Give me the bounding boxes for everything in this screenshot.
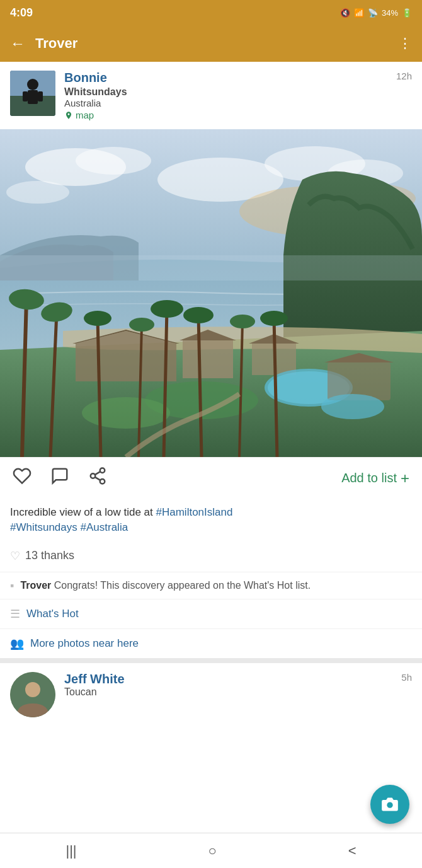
svg-line-45 bbox=[95, 472, 101, 475]
svg-point-21 bbox=[82, 397, 170, 429]
back-button[interactable]: ← bbox=[10, 35, 25, 52]
wifi-icon: 📶 bbox=[354, 8, 364, 18]
hashtag-whitsundays[interactable]: #Whitsundays bbox=[10, 521, 77, 533]
post-username[interactable]: Bonnie bbox=[64, 71, 387, 85]
status-bar: 4:09 🔇 📶 📡 34% 🔋 bbox=[0, 0, 422, 25]
svg-rect-6 bbox=[38, 91, 43, 101]
comment-icon bbox=[50, 466, 69, 485]
svg-point-41 bbox=[100, 468, 105, 473]
action-bar: Add to list + bbox=[0, 457, 422, 499]
svg-point-13 bbox=[6, 181, 69, 204]
top-bar: ← Trover ⋮ bbox=[0, 25, 422, 62]
avatar[interactable] bbox=[10, 71, 55, 116]
more-photos-label[interactable]: More photos near here bbox=[30, 637, 139, 650]
next-post-avatar[interactable] bbox=[10, 672, 55, 717]
svg-point-37 bbox=[151, 300, 183, 318]
post-description: Incredible view of a low tide at #Hamilt… bbox=[0, 499, 422, 544]
whats-hot-label[interactable]: What's Hot bbox=[26, 608, 79, 620]
share-button[interactable] bbox=[88, 466, 107, 490]
congrats-source[interactable]: Trover bbox=[20, 580, 51, 591]
svg-point-3 bbox=[27, 79, 38, 90]
svg-point-42 bbox=[91, 473, 96, 478]
section-divider bbox=[0, 658, 422, 663]
svg-rect-16 bbox=[183, 340, 233, 378]
more-photos-row[interactable]: 👥 More photos near here bbox=[0, 628, 422, 658]
hashtag-hamilton[interactable]: #HamiltonIsland bbox=[156, 506, 233, 518]
post-header: Bonnie Whitsundays Australia map 12h bbox=[0, 62, 422, 129]
share-icon bbox=[88, 466, 107, 485]
heart-small-icon: ♡ bbox=[10, 549, 20, 563]
more-options-button[interactable]: ⋮ bbox=[398, 35, 412, 52]
post-photo[interactable] bbox=[0, 129, 422, 457]
svg-point-25 bbox=[84, 311, 111, 326]
status-icons: 🔇 📶 📡 34% 🔋 bbox=[340, 8, 412, 18]
mute-icon: 🔇 bbox=[340, 8, 350, 18]
thanks-row: ♡ 13 thanks bbox=[0, 544, 422, 572]
heart-icon bbox=[13, 466, 31, 485]
svg-line-44 bbox=[95, 477, 101, 480]
bottom-nav-spacer bbox=[0, 726, 422, 761]
list-icon: ☰ bbox=[10, 607, 20, 621]
like-button[interactable] bbox=[13, 466, 31, 490]
svg-rect-5 bbox=[23, 91, 28, 101]
map-label[interactable]: map bbox=[76, 110, 94, 120]
pin-icon bbox=[64, 111, 73, 120]
description-text: Incredible view of a low tide at bbox=[10, 506, 156, 518]
comment-button[interactable] bbox=[50, 466, 69, 490]
svg-point-29 bbox=[183, 307, 214, 323]
battery-label: 34% bbox=[382, 8, 398, 18]
svg-point-39 bbox=[321, 394, 384, 419]
post-meta: Bonnie Whitsundays Australia map bbox=[64, 71, 387, 120]
thanks-count: 13 thanks bbox=[25, 549, 74, 562]
congrats-text: Trover Congrats! This discovery appeared… bbox=[20, 579, 311, 593]
post-map[interactable]: map bbox=[64, 110, 387, 120]
svg-point-33 bbox=[260, 311, 288, 326]
congrats-row: ▪ Trover Congrats! This discovery appear… bbox=[0, 572, 422, 599]
next-post-header: Jeff White Toucan 5h bbox=[0, 663, 422, 726]
add-to-list-button[interactable]: Add to list + bbox=[341, 470, 409, 487]
svg-rect-40 bbox=[0, 255, 422, 281]
next-post-username[interactable]: Jeff White bbox=[64, 672, 125, 686]
add-to-list-label: Add to list bbox=[341, 471, 397, 485]
whats-hot-row[interactable]: ☰ What's Hot bbox=[0, 599, 422, 628]
next-post-time: 5h bbox=[401, 672, 412, 683]
svg-point-47 bbox=[25, 682, 40, 697]
comment-small-icon: ▪ bbox=[10, 579, 14, 593]
svg-point-43 bbox=[100, 479, 105, 484]
svg-rect-4 bbox=[28, 90, 38, 104]
svg-point-27 bbox=[129, 318, 154, 332]
next-post-location: Toucan bbox=[64, 686, 125, 698]
post-time: 12h bbox=[396, 71, 412, 81]
next-post-meta: Jeff White Toucan bbox=[64, 672, 125, 698]
svg-point-31 bbox=[230, 315, 255, 328]
post-location[interactable]: Whitsundays bbox=[64, 86, 387, 98]
post-country: Australia bbox=[64, 98, 387, 108]
add-icon: + bbox=[401, 470, 409, 487]
congrats-message: Congrats! This discovery appeared on the… bbox=[51, 580, 311, 591]
people-icon: 👥 bbox=[10, 637, 24, 651]
signal-icon: 📡 bbox=[368, 8, 378, 18]
status-time: 4:09 bbox=[10, 6, 33, 20]
app-title: Trover bbox=[35, 35, 398, 52]
hashtag-australia[interactable]: #Australia bbox=[81, 521, 128, 533]
avatar-image bbox=[10, 71, 55, 116]
battery-icon: 🔋 bbox=[402, 8, 412, 18]
svg-point-9 bbox=[76, 147, 151, 175]
